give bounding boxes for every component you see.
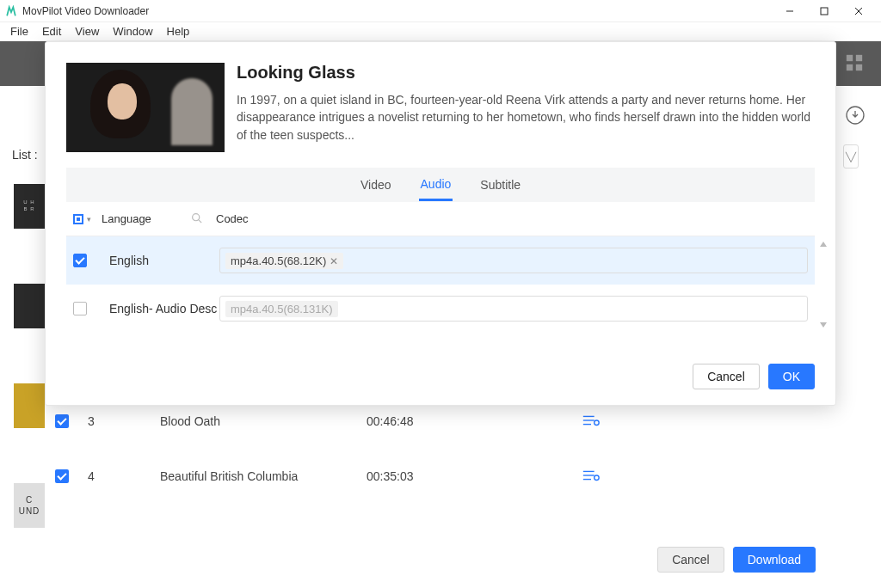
row-index: 4 [88,469,160,483]
row-title: Blood Oath [160,414,367,428]
row-checkbox[interactable] [55,414,69,428]
window-close-button[interactable] [841,0,876,22]
menu-help[interactable]: Help [160,23,197,40]
select-all-checkbox[interactable] [73,214,83,224]
row-settings-icon[interactable] [582,413,601,431]
svg-rect-5 [856,55,862,61]
main-download-button[interactable]: Download [733,547,816,573]
codec-chip[interactable]: mp4a.40.5(68.12K)✕ [225,253,343,269]
codec-chip-input[interactable]: mp4a.40.5(68.131K) [219,296,808,322]
modal-ok-button[interactable]: OK [768,364,815,389]
svg-rect-6 [847,64,853,70]
poster-thumb-2[interactable] [14,284,45,328]
table-row[interactable]: 4 Beautiful British Columbia 00:35:03 [55,449,816,504]
codec-chip-input[interactable]: mp4a.40.5(68.12K)✕ [219,248,808,273]
scrollbar[interactable] [820,242,827,328]
main-footer-buttons: Cancel Download [657,547,816,573]
row-index: 3 [88,414,160,428]
menu-window[interactable]: Window [106,23,159,40]
modal-tabs: Video Audio Subtitle [66,168,815,202]
poster-thumb-1[interactable]: U HB R [14,184,45,229]
window-title: MovPilot Video Downloader [22,5,773,17]
select-all-chevron-icon[interactable]: ▾ [87,215,91,224]
poster-thumb-3[interactable] [14,383,45,428]
tab-subtitle[interactable]: Subtitle [478,170,522,199]
window-minimize-button[interactable] [773,0,807,22]
tab-video[interactable]: Video [359,170,393,199]
audio-language-label: English- Audio Desc [109,302,219,315]
poster-thumb-4[interactable]: C UND [14,483,45,528]
row-duration: 00:46:48 [367,414,582,428]
tab-audio[interactable]: Audio [419,169,453,201]
modal-title: Looking Glass [237,63,815,83]
episode-table: 3 Blood Oath 00:46:48 4 Beautiful Britis… [55,394,816,504]
app-logo-icon [5,5,17,17]
audio-checkbox[interactable] [73,254,87,267]
row-checkbox[interactable] [55,469,69,483]
svg-point-12 [595,420,600,426]
menubar: File Edit View Window Help [0,22,881,41]
list-label: List : [12,148,38,162]
row-title: Beautiful British Columbia [160,469,367,483]
menu-file[interactable]: File [3,23,35,40]
modal-cancel-button[interactable]: Cancel [693,364,760,389]
menu-view[interactable]: View [68,23,106,40]
titlebar: MovPilot Video Downloader [0,0,881,22]
audio-language-label: English [109,254,219,267]
audio-selection-modal: Looking Glass In 1997, on a quiet island… [45,41,836,406]
svg-line-18 [199,219,201,222]
menu-edit[interactable]: Edit [35,23,68,40]
svg-rect-1 [821,8,828,15]
audio-checkbox[interactable] [73,302,87,315]
chip-remove-icon[interactable]: ✕ [330,255,338,267]
audio-row[interactable]: English mp4a.40.5(68.12K)✕ [66,236,815,285]
grid-header: ▾ Language Codec [66,202,815,236]
grid-view-icon[interactable] [845,53,864,72]
svg-rect-4 [847,55,853,61]
modal-footer: Cancel OK [66,364,815,389]
svg-point-17 [193,213,200,220]
svg-point-16 [595,475,600,481]
svg-rect-7 [856,64,862,70]
audio-row[interactable]: English- Audio Desc mp4a.40.5(68.131K) [66,285,815,333]
modal-description: In 1997, on a quiet island in BC, fourte… [237,91,815,144]
download-queue-icon[interactable] [845,105,866,126]
window-maximize-button[interactable] [807,0,841,22]
codec-chip: mp4a.40.5(68.131K) [225,301,338,317]
row-settings-icon[interactable] [582,468,601,486]
column-codec: Codec [216,212,249,225]
column-language: Language [102,212,191,225]
episode-thumbnail [66,63,225,152]
list-dropdown-caret[interactable]: ╲╱ [843,144,859,168]
grid-body: English mp4a.40.5(68.12K)✕ English- Audi… [66,236,815,333]
row-duration: 00:35:03 [367,469,582,483]
search-icon[interactable] [191,212,202,226]
main-cancel-button[interactable]: Cancel [657,547,724,573]
